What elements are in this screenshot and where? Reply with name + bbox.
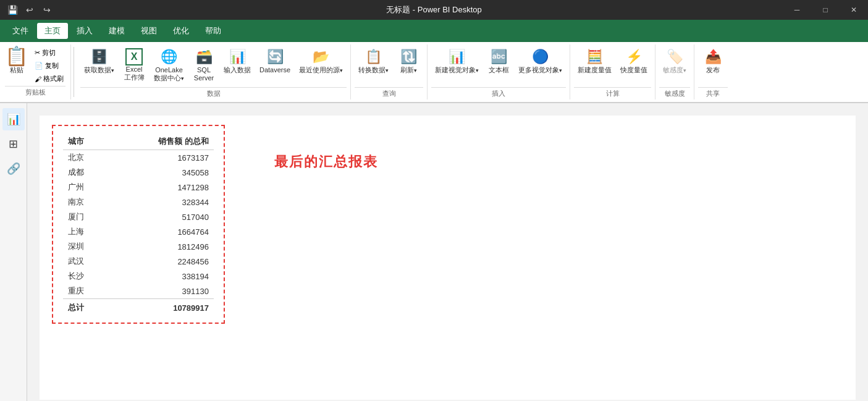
clipboard-label: 剪贴板 <box>5 86 65 97</box>
textbox-button[interactable]: 🔤 文本框 <box>484 46 513 77</box>
insert-section: 📊 新建视觉对象▾ 🔤 文本框 🔵 更多视觉对象▾ 插入 <box>428 44 570 99</box>
city-cell: 重庆 <box>63 284 108 299</box>
menu-help[interactable]: 帮助 <box>198 23 229 39</box>
table-row: 成都345058 <box>63 165 214 180</box>
toolbar: 📋 粘贴 ✂ 剪切 📄 复制 🖌 格式刷 剪贴板 🗄️ 获取数据▾ <box>0 42 868 103</box>
city-cell: 武汉 <box>63 254 108 269</box>
menu-insert[interactable]: 插入 <box>69 23 100 39</box>
insert-section-label: 插入 <box>431 87 566 98</box>
format-painter-button[interactable]: 🖌 格式刷 <box>33 73 65 85</box>
city-cell: 南京 <box>63 195 108 209</box>
query-section-label: 查询 <box>355 87 423 98</box>
close-button[interactable]: ✕ <box>840 0 868 20</box>
city-cell: 成都 <box>63 165 108 180</box>
copy-button[interactable]: 📄 复制 <box>33 60 65 72</box>
clipboard-section: 📋 粘贴 ✂ 剪切 📄 复制 🖌 格式刷 剪贴板 <box>0 44 71 99</box>
recent-sources-button[interactable]: 📂 最近使用的源▾ <box>295 46 347 77</box>
query-section: 📋 转换数据▾ 🔃 刷新▾ 查询 <box>351 44 428 99</box>
value-cell: 345058 <box>108 165 214 180</box>
table-row: 厦门517040 <box>63 209 214 224</box>
table-row: 长沙338194 <box>63 269 214 284</box>
table-row: 广州1471298 <box>63 180 214 195</box>
canvas-main: 城市 销售额 的总和 北京1673137成都345058广州1471298南京3… <box>27 103 868 401</box>
total-value: 10789917 <box>108 299 214 316</box>
quick-access-toolbar: 💾 ↩ ↪ <box>5 2 54 17</box>
data-section: 🗄️ 获取数据▾ X Excel工作簿 🌐 OneLake数据中心▾ 🗃️ SQ… <box>77 44 351 99</box>
value-cell: 1471298 <box>108 180 214 195</box>
sql-server-button[interactable]: 🗃️ SQLServer <box>189 46 219 85</box>
menu-home[interactable]: 主页 <box>37 23 68 39</box>
get-data-button[interactable]: 🗄️ 获取数据▾ <box>80 46 118 77</box>
refresh-button[interactable]: 🔃 刷新▾ <box>394 46 423 77</box>
maximize-button[interactable]: □ <box>811 0 840 20</box>
title-bar-text: 无标题 - Power BI Desktop <box>386 4 482 15</box>
sensitivity-section: 🏷️ 敏感度▾ 敏感度 <box>655 44 694 99</box>
sensitivity-button[interactable]: 🏷️ 敏感度▾ <box>659 46 690 77</box>
calculate-section-label: 计算 <box>574 87 651 98</box>
data-section-label: 数据 <box>80 87 347 98</box>
city-cell: 广州 <box>63 180 108 195</box>
page-white: 城市 销售额 的总和 北京1673137成都345058广州1471298南京3… <box>40 116 856 400</box>
sidebar-report-icon[interactable]: 📊 <box>2 108 25 130</box>
table-row: 上海1664764 <box>63 224 214 239</box>
value-cell: 328344 <box>108 195 214 209</box>
paste-label: 粘贴 <box>10 65 23 75</box>
cut-button[interactable]: ✂ 剪切 <box>33 47 65 59</box>
excel-button[interactable]: X Excel工作簿 <box>119 46 149 84</box>
table-row: 北京1673137 <box>63 150 214 166</box>
city-cell: 厦门 <box>63 209 108 224</box>
menu-bar: 文件 主页 插入 建模 视图 优化 帮助 <box>0 20 868 42</box>
table-visual[interactable]: 城市 销售额 的总和 北京1673137成都345058广州1471298南京3… <box>52 125 225 324</box>
table-row: 重庆391130 <box>63 284 214 299</box>
value-cell: 517040 <box>108 209 214 224</box>
sensitivity-section-label: 敏感度 <box>659 87 690 98</box>
menu-model[interactable]: 建模 <box>101 23 132 39</box>
total-label: 总计 <box>63 299 108 316</box>
new-measure-button[interactable]: 🧮 新建度量值 <box>574 46 615 77</box>
col-header-sales: 销售额 的总和 <box>108 133 214 150</box>
total-row: 总计 10789917 <box>63 299 214 316</box>
save-qat-button[interactable]: 💾 <box>5 2 20 17</box>
redo-qat-button[interactable]: ↪ <box>40 2 54 17</box>
city-cell: 北京 <box>63 150 108 166</box>
transform-data-button[interactable]: 📋 转换数据▾ <box>355 46 392 77</box>
sidebar-table-icon[interactable]: ⊞ <box>2 133 25 155</box>
menu-view[interactable]: 视图 <box>133 23 164 39</box>
value-cell: 2248456 <box>108 254 214 269</box>
annotation-text: 最后的汇总报表 <box>274 153 378 171</box>
col-header-city: 城市 <box>63 133 108 150</box>
data-table: 城市 销售额 的总和 北京1673137成都345058广州1471298南京3… <box>63 133 214 315</box>
value-cell: 1673137 <box>108 150 214 166</box>
canvas-area: 📊 ⊞ 🔗 城市 销售额 的总和 北京1673137成都345058广州1471… <box>0 103 868 401</box>
undo-qat-button[interactable]: ↩ <box>22 2 37 17</box>
input-data-button[interactable]: 📊 输入数据 <box>220 46 255 77</box>
value-cell: 391130 <box>108 284 214 299</box>
calculate-section: 🧮 新建度量值 ⚡ 快度量值 计算 <box>570 44 655 99</box>
new-visual-button[interactable]: 📊 新建视觉对象▾ <box>431 46 482 77</box>
value-cell: 338194 <box>108 269 214 284</box>
paste-button[interactable]: 📋 <box>5 47 28 65</box>
table-row: 深圳1812496 <box>63 239 214 254</box>
onelake-button[interactable]: 🌐 OneLake数据中心▾ <box>150 46 188 85</box>
publish-button[interactable]: 📤 发布 <box>698 46 728 77</box>
city-cell: 长沙 <box>63 269 108 284</box>
share-section: 📤 发布 共享 <box>694 44 731 99</box>
dataverse-button[interactable]: 🔄 Dataverse <box>256 46 294 77</box>
table-row: 武汉2248456 <box>63 254 214 269</box>
share-section-label: 共享 <box>698 87 728 98</box>
city-cell: 深圳 <box>63 239 108 254</box>
sidebar-model-icon[interactable]: 🔗 <box>2 158 25 180</box>
value-cell: 1664764 <box>108 224 214 239</box>
divider-1 <box>74 47 74 97</box>
more-visuals-button[interactable]: 🔵 更多视觉对象▾ <box>515 46 566 77</box>
city-cell: 上海 <box>63 224 108 239</box>
left-sidebar: 📊 ⊞ 🔗 <box>0 103 27 401</box>
table-row: 南京328344 <box>63 195 214 209</box>
menu-file[interactable]: 文件 <box>5 23 36 39</box>
menu-optimize[interactable]: 优化 <box>166 23 196 39</box>
quick-measure-button[interactable]: ⚡ 快度量值 <box>617 46 651 77</box>
value-cell: 1812496 <box>108 239 214 254</box>
minimize-button[interactable]: ─ <box>783 0 811 20</box>
